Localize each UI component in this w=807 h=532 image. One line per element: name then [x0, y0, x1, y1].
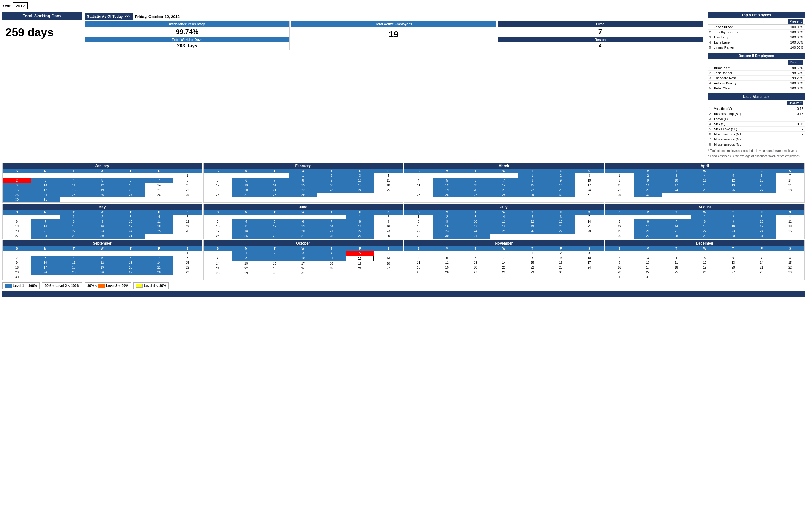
active-employees-box: Total Active Employees 19	[291, 21, 496, 50]
top5-header: Top 5 Employees	[708, 12, 805, 18]
top5-col-header: Present	[708, 18, 805, 25]
top5-row: 5Jimmy Parker100.00%	[708, 45, 805, 50]
legend-level1-color	[5, 284, 12, 288]
attendance-label: Attendance Percentage	[85, 21, 289, 27]
absence-row: 7Miscellaneous (M2)-	[708, 137, 805, 142]
calendar-march: MarchSMTWTFS1234567891011121314151617181…	[404, 163, 604, 203]
calendar-december: DecemberSMTWTFS1234567891011121314151617…	[605, 240, 805, 280]
stat-date: Friday, October 12, 2012	[135, 14, 180, 19]
bottom5-row: 5Peter Olsen100.00%	[708, 86, 805, 91]
bottom5-row: 2Jack Banner98.52%	[708, 71, 805, 76]
year-value: 2012	[13, 2, 27, 9]
top5-row: 3Lois Lang100.00%	[708, 35, 805, 40]
total-wd-sub-label: Total Working Days	[85, 37, 289, 42]
calendar-may: MaySMTWTFS123456789101112131415161718192…	[2, 204, 202, 239]
calendar-july: JulySMTWTFS12345678910111213141516171819…	[404, 204, 604, 239]
bottom5-row: 1Bruce Kent98.52%	[708, 65, 805, 71]
hired-resign-box: Hired 7 Resign 4	[498, 21, 703, 50]
top5-row: 4Lana Lane100.00%	[708, 40, 805, 45]
legend-level1-label: Level 1	[13, 284, 24, 287]
top5-row: 2Timothy Lazenbi100.00%	[708, 30, 805, 35]
attendance-value: 99.74%	[85, 27, 289, 37]
calendar-january: JanuarySMTWTFS12345678910111213141516171…	[2, 163, 202, 203]
absence-note1: * Top/bottom employees excluded this yea…	[708, 149, 805, 153]
calendar-june: JuneSMTWTFS12345678910111213141516171819…	[204, 204, 403, 239]
calendar-september: SeptemberSMTWTFS123456789101112131415161…	[2, 240, 202, 280]
absences-rows: 1Vacation (V)0.162Business Trip (BT)0.16…	[708, 106, 805, 147]
absences-section: Used Absences Av/Em * 1Vacation (V)0.162…	[708, 93, 805, 158]
absence-row: 5Sick Leave (SL)-	[708, 127, 805, 132]
attendance-box: Attendance Percentage 99.74% Total Worki…	[84, 21, 290, 50]
absence-row: 3Leave (L)-	[708, 116, 805, 121]
absences-col-header: Av/Em *	[708, 100, 805, 106]
stat-as-of-header: Statistic As Of Today >>>	[84, 13, 133, 20]
legend-level1-sep: =	[25, 284, 27, 287]
active-value: 19	[291, 27, 496, 42]
hired-value: 7	[498, 27, 703, 37]
active-label: Total Active Employees	[291, 21, 496, 27]
center-panel: Statistic As Of Today >>> Friday, Octobe…	[83, 12, 705, 161]
resign-value: 4	[498, 42, 703, 50]
bottom5-rows: 1Bruce Kent98.52%2Jack Banner98.52%3Theo…	[708, 65, 805, 91]
calendar-october: OctoberSMTWTFS12345678910111213141516171…	[204, 240, 403, 280]
absences-notes: * Top/bottom employees excluded this yea…	[708, 149, 805, 158]
absence-row: 8Miscellaneous (M3)-	[708, 142, 805, 147]
bottom5-header: Bottom 5 Employees	[708, 53, 805, 59]
legend-level4-color	[136, 284, 143, 288]
hired-label: Hired	[498, 21, 703, 27]
legend-level1-val: 100%	[28, 284, 37, 287]
legend-level4: Level 4 < 80%	[134, 282, 169, 289]
calendar-november: NovemberSMTWTFS1234567891011121314151617…	[404, 240, 604, 280]
year-label: Year	[2, 4, 11, 8]
calendar-august: AugustSMTWTFS123456789101112131415161718…	[605, 204, 805, 239]
absence-row: 1Vacation (V)0.16	[708, 106, 805, 111]
legend-level3-color	[98, 284, 105, 288]
absence-note2: * Used Absences is the average of absenc…	[708, 154, 805, 158]
calendars-grid: JanuarySMTWTFS12345678910111213141516171…	[2, 163, 805, 280]
bottom5-section: Bottom 5 Employees Present 1Bruce Kent98…	[708, 53, 805, 91]
absence-row: 6Miscellaneous (M1)-	[708, 132, 805, 137]
footer-bar	[2, 291, 805, 297]
top-bar: Year 2012	[2, 2, 805, 9]
resign-label: Resign	[498, 37, 703, 42]
bottom5-row: 3Theodore Rose99.26%	[708, 76, 805, 81]
absence-row: 4Sick (S)0.08	[708, 121, 805, 127]
legend-bar: Level 1 = 100% 90% < Level 2 < 100% 80% …	[2, 282, 805, 289]
total-wd-value: 259 days	[2, 20, 82, 45]
calendar-february: FebruarySMTWTFS1234567891011121314151617…	[204, 163, 403, 203]
legend-level2: 90% < Level 2 < 100%	[42, 282, 82, 289]
top5-row: 1Jane Sullivan100.00%	[708, 25, 805, 30]
total-wd-sub-value: 203 days	[85, 42, 289, 50]
absences-header: Used Absences	[708, 93, 805, 100]
top5-rows: 1Jane Sullivan100.00%2Timothy Lazenbi100…	[708, 25, 805, 50]
left-panel: Total Working Days 259 days	[2, 12, 82, 161]
total-wd-header: Total Working Days	[2, 12, 82, 20]
legend-level3: 80% < Level 3 < 90%	[84, 282, 131, 289]
right-panel: Top 5 Employees Present 1Jane Sullivan10…	[706, 12, 805, 161]
bottom5-col-header: Present	[708, 59, 805, 65]
main-container: Year 2012 Total Working Days 259 days St…	[0, 0, 807, 300]
calendar-april: AprilSMTWTFS1234567891011121314151617181…	[605, 163, 805, 203]
legend-level1: Level 1 = 100%	[2, 282, 40, 289]
bottom5-row: 4Antonio Bracey100.00%	[708, 81, 805, 86]
top5-section: Top 5 Employees Present 1Jane Sullivan10…	[708, 12, 805, 50]
absence-row: 2Business Trip (BT)0.16	[708, 111, 805, 116]
